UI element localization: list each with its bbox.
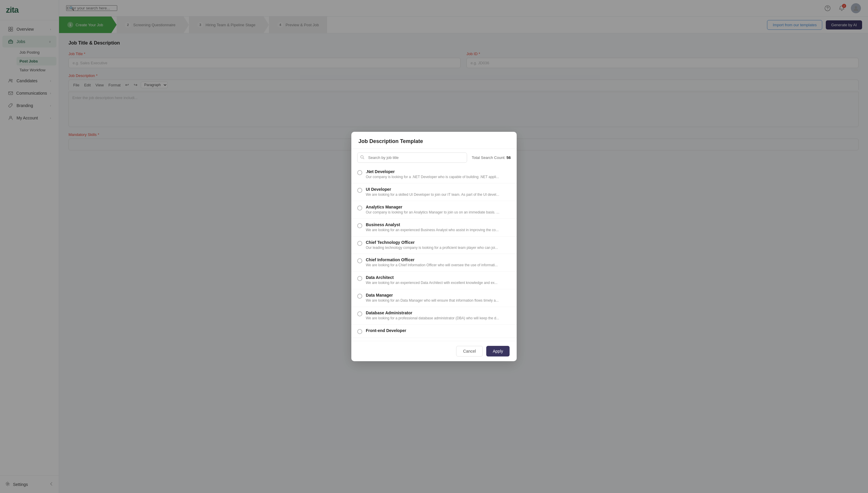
modal-item-title: Chief Technology Officer [366,240,511,245]
modal-item-content: Business Analyst We are looking for an e… [366,222,511,233]
modal-item-content: Data Architect We are looking for an exp… [366,275,511,285]
modal-item-title: Database Administrator [366,310,511,315]
modal-overlay[interactable]: Job Description Template Total Search Co… [0,0,868,493]
modal-item-content: Data Manager We are looking for an Data … [366,293,511,303]
modal-item-content: Chief Information Officer We are looking… [366,257,511,268]
modal-item-desc: We are looking for a professional databa… [366,316,511,321]
modal-item-radio [357,312,362,316]
modal-item-title: .Net Developer [366,169,511,174]
modal-item-content: Front-end Developer [366,328,511,334]
modal-list-item[interactable]: .Net Developer Our company is looking fo… [351,166,517,184]
modal-item-desc: We are looking for an experienced Busine… [366,228,511,233]
cancel-button[interactable]: Cancel [456,346,483,357]
modal-item-desc: We are looking for a skilled UI Develope… [366,192,511,197]
modal-item-content: UI Developer We are looking for a skille… [366,187,511,197]
modal-footer: Cancel Apply [351,341,517,361]
modal-search-wrap [357,152,467,163]
modal-item-desc: Our company is looking for a .NET Develo… [366,175,511,179]
modal-search-input[interactable] [357,152,467,163]
modal-item-desc: We are looking for an Data Manager who w… [366,298,511,303]
modal-search-bar: Total Search Count: 56 [351,149,517,163]
modal-list-item[interactable]: Chief Information Officer We are looking… [351,254,517,272]
apply-button[interactable]: Apply [486,346,509,357]
modal-item-title: Analytics Manager [366,205,511,209]
modal-item-radio [357,241,362,246]
modal-item-content: Analytics Manager Our company is looking… [366,205,511,215]
job-description-template-modal: Job Description Template Total Search Co… [351,132,517,361]
modal-search-count-value: 56 [507,155,511,160]
modal-item-radio [357,329,362,334]
modal-item-content: Chief Technology Officer Our leading tec… [366,240,511,250]
modal-list-item[interactable]: Data Manager We are looking for an Data … [351,289,517,307]
modal-list-item[interactable]: Database Administrator We are looking fo… [351,307,517,325]
modal-list-item[interactable]: Front-end Developer [351,325,517,338]
modal-item-desc: Our company is looking for an Analytics … [366,210,511,215]
modal-list-item[interactable]: Analytics Manager Our company is looking… [351,201,517,219]
modal-item-content: .Net Developer Our company is looking fo… [366,169,511,179]
modal-list-item[interactable]: Chief Technology Officer Our leading tec… [351,236,517,254]
modal-item-title: Business Analyst [366,222,511,227]
modal-search-icon [360,155,364,160]
modal-item-desc: Our leading technology company is lookin… [366,245,511,250]
modal-item-title: Chief Information Officer [366,257,511,262]
modal-header: Job Description Template [351,132,517,149]
modal-item-title: Data Architect [366,275,511,280]
modal-item-radio [357,276,362,281]
modal-title: Job Description Template [359,138,509,145]
svg-line-16 [363,158,364,159]
modal-item-desc: We are looking for a Chief Information O… [366,263,511,268]
modal-item-radio [357,188,362,193]
modal-list-item[interactable]: UI Developer We are looking for a skille… [351,184,517,201]
modal-search-count: Total Search Count: 56 [472,155,511,160]
modal-item-title: Data Manager [366,293,511,298]
modal-item-title: UI Developer [366,187,511,192]
modal-item-content: Database Administrator We are looking fo… [366,310,511,321]
modal-list-item[interactable]: Business Analyst We are looking for an e… [351,219,517,236]
modal-item-desc: We are looking for an experienced Data A… [366,280,511,285]
modal-item-radio [357,223,362,228]
modal-item-radio [357,170,362,175]
modal-item-title: Front-end Developer [366,328,511,333]
modal-item-radio [357,294,362,299]
modal-item-radio [357,258,362,263]
modal-list-item[interactable]: Data Architect We are looking for an exp… [351,272,517,289]
modal-list: .Net Developer Our company is looking fo… [351,163,517,341]
modal-item-radio [357,206,362,211]
